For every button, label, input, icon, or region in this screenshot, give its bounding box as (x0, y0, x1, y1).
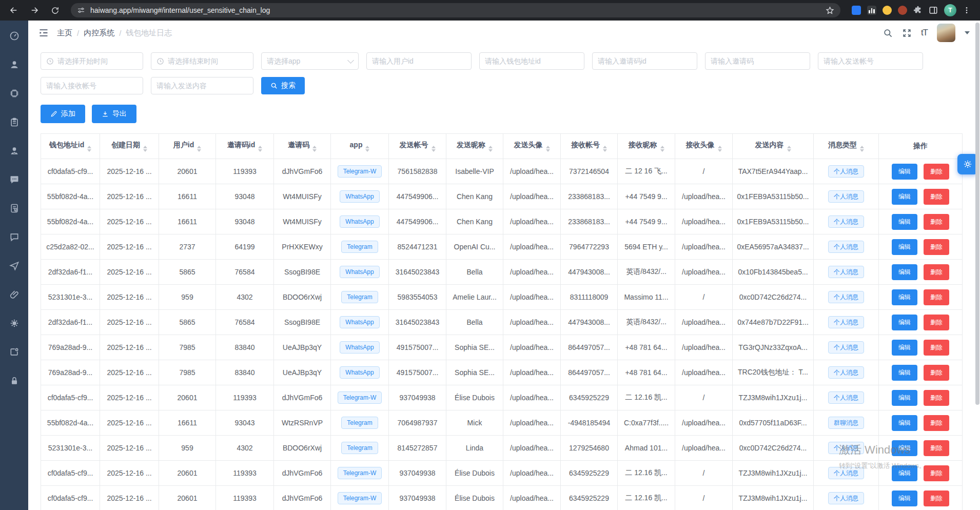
sidebar-item-messages[interactable] (9, 175, 19, 186)
sort-icon[interactable] (603, 146, 607, 152)
delete-button[interactable]: 删除 (924, 239, 949, 255)
send-account-field[interactable] (818, 52, 923, 70)
browser-profile-avatar[interactable]: T (944, 4, 956, 16)
forward-icon[interactable] (26, 3, 43, 18)
recv-account-input[interactable] (46, 82, 138, 90)
sidebar-item-links[interactable] (9, 290, 19, 301)
breadcrumb-internal[interactable]: 内控系统 (84, 28, 114, 38)
col-header-content[interactable]: 发送内容 (733, 134, 814, 159)
column-settings-button[interactable] (957, 154, 978, 174)
sort-icon[interactable] (197, 146, 201, 152)
edit-button[interactable]: 编辑 (892, 491, 917, 506)
font-size-icon[interactable]: tT (921, 28, 928, 38)
edit-button[interactable]: 编辑 (892, 365, 917, 381)
collapse-menu-icon[interactable] (38, 28, 49, 38)
sort-icon[interactable] (312, 146, 317, 152)
edit-button[interactable]: 编辑 (892, 390, 917, 406)
send-content-input[interactable] (156, 82, 248, 90)
delete-button[interactable]: 删除 (924, 214, 949, 230)
search-button[interactable]: 搜索 (261, 77, 305, 94)
col-header-user-id[interactable]: 用户id (159, 134, 216, 159)
edit-button[interactable]: 编辑 (892, 465, 917, 481)
side-panel-icon[interactable] (929, 6, 938, 15)
bookmark-star-icon[interactable] (826, 6, 834, 15)
site-settings-icon[interactable] (77, 6, 85, 14)
wallet-id-field[interactable] (479, 52, 584, 70)
send-content-field[interactable] (151, 77, 253, 94)
edit-button[interactable]: 编辑 (892, 264, 917, 280)
back-icon[interactable] (5, 3, 23, 18)
browser-menu-icon[interactable] (963, 6, 971, 14)
sidebar-item-system[interactable] (9, 89, 19, 100)
edit-button[interactable]: 编辑 (892, 340, 917, 356)
col-header-send-avatar[interactable]: 发送头像 (503, 134, 561, 159)
user-avatar[interactable] (937, 24, 955, 42)
recv-account-field[interactable] (41, 77, 143, 94)
delete-button[interactable]: 删除 (924, 340, 949, 356)
wallet-id-input[interactable] (485, 57, 579, 65)
extension-blue-icon[interactable] (852, 6, 861, 15)
fullscreen-icon[interactable] (902, 28, 912, 38)
end-time-picker[interactable] (151, 52, 253, 70)
col-header-recv-account[interactable]: 接收帐号 (561, 134, 618, 159)
sort-icon[interactable] (660, 146, 664, 152)
invite-code-field[interactable] (705, 52, 810, 70)
sidebar-item-chat[interactable] (9, 233, 19, 243)
col-header-msg-type[interactable]: 消息类型 (814, 134, 879, 159)
sort-icon[interactable] (488, 146, 493, 152)
edit-button[interactable]: 编辑 (892, 239, 917, 255)
sort-icon[interactable] (258, 146, 262, 152)
sidebar-item-external[interactable] (9, 348, 19, 358)
col-header-wallet-id[interactable]: 钱包地址id (41, 134, 100, 159)
reload-icon[interactable] (46, 3, 64, 18)
user-id-field[interactable] (366, 52, 472, 70)
delete-button[interactable]: 删除 (924, 465, 949, 481)
extension-red-icon[interactable] (898, 6, 907, 15)
sort-icon[interactable] (718, 146, 722, 152)
delete-button[interactable]: 删除 (924, 189, 949, 205)
edit-button[interactable]: 编辑 (892, 440, 917, 456)
sort-icon[interactable] (432, 146, 436, 152)
sidebar-item-dashboard[interactable] (9, 32, 19, 42)
user-id-input[interactable] (372, 57, 466, 65)
app-select[interactable] (261, 52, 359, 70)
edit-button[interactable]: 编辑 (892, 415, 917, 431)
col-header-send-nick[interactable]: 发送昵称 (446, 134, 503, 159)
col-header-send-account[interactable]: 发送帐号 (389, 134, 446, 159)
extensions-puzzle-icon[interactable] (913, 6, 923, 15)
app-select-input[interactable] (267, 57, 345, 65)
avatar-dropdown-icon[interactable] (965, 31, 970, 34)
sidebar-item-users[interactable] (9, 61, 19, 71)
extension-yellow-icon[interactable] (883, 6, 892, 15)
delete-button[interactable]: 删除 (924, 365, 949, 381)
edit-button[interactable]: 编辑 (892, 315, 917, 330)
sort-icon[interactable] (546, 146, 550, 152)
col-header-recv-nick[interactable]: 接收昵称 (618, 134, 675, 159)
delete-button[interactable]: 删除 (924, 164, 949, 180)
sidebar-item-logs[interactable] (9, 118, 19, 128)
invite-code-input[interactable] (711, 57, 805, 65)
address-bar[interactable]: haiwang.app/miwang#/internal/user_sensit… (71, 3, 840, 17)
delete-button[interactable]: 删除 (924, 264, 949, 280)
edit-button[interactable]: 编辑 (892, 214, 917, 230)
sidebar-item-settings[interactable] (9, 319, 19, 329)
send-account-input[interactable] (824, 57, 917, 65)
edit-button[interactable]: 编辑 (892, 289, 917, 305)
breadcrumb-home[interactable]: 主页 (57, 28, 72, 38)
export-button[interactable]: 导出 (92, 105, 136, 123)
invite-code-id-input[interactable] (598, 57, 692, 65)
end-time-input[interactable] (168, 57, 248, 65)
sort-icon[interactable] (143, 146, 147, 152)
delete-button[interactable]: 删除 (924, 491, 949, 506)
delete-button[interactable]: 删除 (924, 440, 949, 456)
delete-button[interactable]: 删除 (924, 390, 949, 406)
sidebar-item-broadcast[interactable] (9, 262, 19, 272)
start-time-picker[interactable] (41, 52, 143, 70)
col-header-app[interactable]: app (331, 134, 389, 159)
search-icon[interactable] (883, 28, 893, 38)
col-header-recv-avatar[interactable]: 接收头像 (675, 134, 733, 159)
delete-button[interactable]: 删除 (924, 289, 949, 305)
col-header-invite-code[interactable]: 邀请码 (274, 134, 331, 159)
col-header-invite-code-id[interactable]: 邀请码id (216, 134, 274, 159)
sort-icon[interactable] (365, 146, 369, 152)
